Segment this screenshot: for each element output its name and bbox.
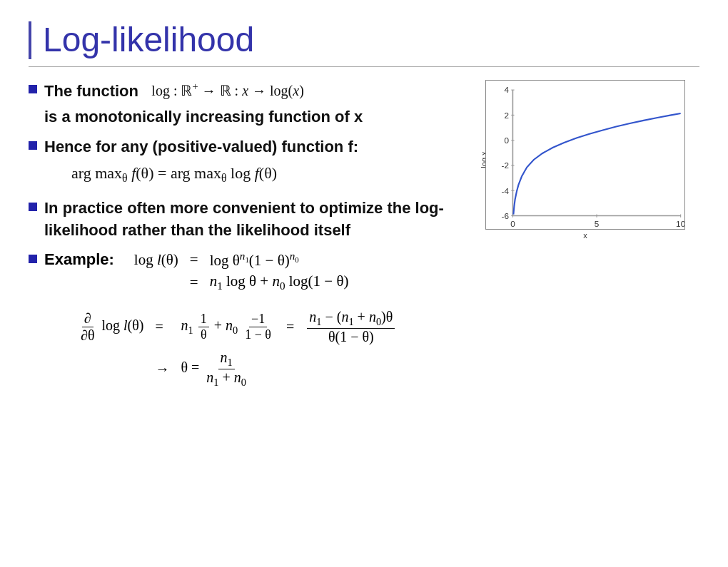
formula-argmax-text: arg maxθ f(θ) = arg maxθ log f(θ) — [71, 164, 277, 182]
example-content: Example: log l(θ) = log θn1(1 − θ)n0 = — [44, 249, 355, 294]
example-row-1: log l(θ) = log θn1(1 − θ)n0 — [128, 249, 355, 271]
xtick-10: 10 — [676, 218, 684, 228]
frac-theta-result: n1 n1 + n0 — [204, 349, 248, 389]
ytick-n4: -4 — [502, 185, 510, 195]
title-divider — [29, 66, 699, 67]
frac-den-theta: θ — [198, 327, 209, 342]
bullet-square-4 — [29, 255, 37, 263]
monotonic-text: is a monotonically increasing function o… — [44, 108, 471, 126]
deriv-theta-eq: θ = n1 n1 + n0 — [176, 347, 403, 391]
deriv-eq2: = — [280, 307, 300, 347]
deriv-blank — [71, 347, 150, 391]
bullet-3: In practice often more convenient to opt… — [29, 198, 471, 242]
deriv-rhs1: n1 1 θ + n0 −1 1 − θ — [176, 307, 280, 347]
ex-eq1: = — [184, 249, 204, 271]
bullet-2-text: Hence for any (positive-valued) function… — [44, 136, 358, 158]
bullet-1-prefix: The function — [44, 81, 138, 99]
partial-frac: ∂ ∂θ — [79, 310, 96, 344]
frac-num-neg1: −1 — [249, 312, 267, 327]
frac-combined-den: θ(1 − θ) — [326, 329, 376, 345]
ytick-n2: -2 — [502, 160, 509, 170]
deriv-arrow: → — [150, 347, 176, 391]
bullet-3-content: In practice often more convenient to opt… — [44, 199, 444, 239]
deriv-row-1: ∂ ∂θ log l(θ) = n1 1 θ + n0 — [71, 307, 402, 347]
frac-combined-num: n1 − (n1 + n0)θ — [307, 309, 395, 329]
ytick-2: 2 — [505, 110, 510, 119]
title-section: Log-likelihood — [29, 21, 699, 59]
deriv-row-2: → θ = n1 n1 + n0 — [71, 347, 402, 391]
bullet-square-1 — [29, 85, 37, 93]
right-column: log x 4 2 — [485, 80, 699, 391]
bullet-3-text: In practice often more convenient to opt… — [44, 198, 471, 242]
example-label: Example: — [44, 250, 114, 269]
deriv-rhs2: n1 − (n1 + n0)θ θ(1 − θ) — [300, 307, 402, 347]
ex-rhs2: n1 log θ + n0 log(1 − θ) — [204, 271, 355, 294]
deriv-lhs: ∂ ∂θ log l(θ) — [71, 307, 150, 347]
frac-num-1: 1 — [198, 312, 209, 327]
frac-den-1mtheta: 1 − θ — [243, 327, 273, 342]
ytick-n6: -6 — [502, 211, 510, 220]
bullet-1-math: log : ℝ+ → ℝ : x → log(x) — [151, 83, 303, 98]
content-area: The function log : ℝ+ → ℝ : x → log(x) i… — [29, 80, 699, 391]
chart-xlabel: x — [485, 231, 685, 240]
frac-neg1-over-1mtheta: −1 1 − θ — [243, 312, 273, 342]
slide: Log-likelihood The function log : ℝ+ → ℝ… — [0, 0, 728, 567]
example-table: log l(θ) = log θn1(1 − θ)n0 = n1 log θ +… — [128, 249, 355, 294]
ex-lhs: log l(θ) — [128, 249, 184, 271]
partial-den: ∂θ — [79, 327, 96, 344]
formula-argmax: arg maxθ f(θ) = arg maxθ log f(θ) — [71, 164, 471, 185]
chart-svg: 4 2 0 -2 -4 -6 0 — [486, 81, 684, 229]
xtick-5: 5 — [595, 218, 600, 228]
ex-rhs1: log θn1(1 − θ)n0 — [204, 249, 355, 271]
chart-wrapper: log x 4 2 — [485, 80, 685, 240]
bullet-1: The function log : ℝ+ → ℝ : x → log(x) — [29, 80, 471, 102]
frac-1-over-theta: 1 θ — [198, 312, 209, 342]
bullet-4: Example: log l(θ) = log θn1(1 − θ)n0 = — [29, 249, 471, 294]
deriv-block: ∂ ∂θ log l(θ) = n1 1 θ + n0 — [71, 307, 471, 391]
slide-title: Log-likelihood — [43, 21, 699, 59]
deriv-table: ∂ ∂θ log l(θ) = n1 1 θ + n0 — [71, 307, 402, 391]
xtick-0: 0 — [510, 218, 515, 228]
log-curve — [513, 113, 680, 215]
bullet-1-text: The function log : ℝ+ → ℝ : x → log(x) — [44, 80, 304, 102]
bullet-square-3 — [29, 203, 37, 211]
ytick-0: 0 — [505, 136, 510, 145]
example-row-2: = n1 log θ + n0 log(1 − θ) — [128, 271, 355, 294]
deriv-eq1: = — [150, 307, 176, 347]
partial-num: ∂ — [82, 310, 93, 327]
example-math: log l(θ) = log θn1(1 − θ)n0 = n1 log θ +… — [128, 249, 355, 294]
chart-container: 4 2 0 -2 -4 -6 0 — [485, 80, 685, 230]
ytick-4: 4 — [505, 85, 510, 94]
frac-combined: n1 − (n1 + n0)θ θ(1 − θ) — [307, 309, 395, 345]
ex-eq2: = — [184, 271, 204, 294]
ex-blank — [128, 271, 184, 294]
bullet-square-2 — [29, 141, 37, 150]
left-column: The function log : ℝ+ → ℝ : x → log(x) i… — [29, 80, 485, 391]
frac-theta-num: n1 — [218, 349, 235, 369]
frac-theta-den: n1 + n0 — [204, 369, 248, 389]
bullet-2: Hence for any (positive-valued) function… — [29, 136, 471, 158]
